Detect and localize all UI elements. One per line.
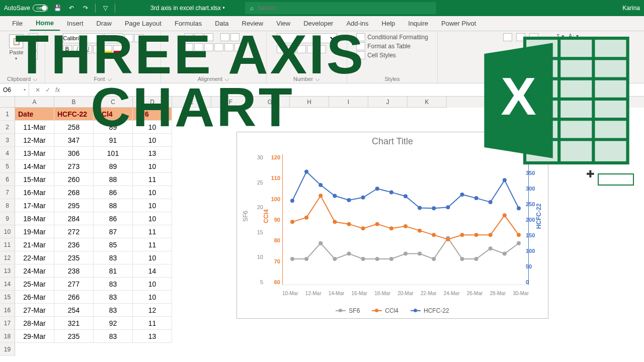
data-cell[interactable]: 13-Mar [15,147,54,160]
data-cell[interactable]: 273 [54,160,94,173]
italic-icon[interactable]: I [73,45,82,53]
tab-data[interactable]: Data [209,17,234,30]
tab-view[interactable]: View [270,17,296,30]
column-header[interactable]: G [251,97,290,108]
data-cell[interactable]: 10 [133,134,172,147]
tab-help[interactable]: Help [376,17,401,30]
row-header[interactable]: 15 [0,291,15,304]
row-header[interactable]: 17 [0,317,15,330]
decrease-decimal-icon[interactable] [317,45,326,53]
data-cell[interactable]: 11 [133,225,172,238]
align-top-icon[interactable] [184,33,193,41]
increase-indent-icon[interactable] [224,43,233,51]
data-cell[interactable]: 86 [94,186,133,199]
data-cell[interactable]: 236 [54,238,94,251]
data-cell[interactable]: 89 [94,160,133,173]
name-box[interactable]: O6▾ [0,83,29,96]
align-left-icon[interactable] [184,43,193,51]
wrap-text-icon[interactable] [230,33,239,41]
copy-icon[interactable] [29,42,38,50]
row-header[interactable]: 7 [0,186,15,199]
tab-home[interactable]: Home [30,16,60,31]
chart-title[interactable]: Chart Title [237,132,548,149]
autosum-icon[interactable]: Σ ▾ [556,33,565,40]
increase-font-icon[interactable] [124,34,133,42]
data-cell[interactable]: 28-Mar [15,317,54,330]
redo-icon[interactable]: ↷ [81,4,90,13]
align-bottom-icon[interactable] [204,33,213,41]
data-cell[interactable]: 235 [54,330,94,343]
align-right-icon[interactable] [204,43,213,51]
data-cell[interactable]: 272 [54,225,94,238]
tab-draw[interactable]: Draw [91,17,118,30]
column-header[interactable]: B [54,97,94,108]
data-cell[interactable]: 13 [133,147,172,160]
tab-developer[interactable]: Developer [297,17,339,30]
data-cell[interactable]: 83 [94,278,133,291]
account-name[interactable]: Karina [622,5,640,12]
data-cell[interactable]: 268 [54,186,94,199]
tab-insert[interactable]: Insert [61,17,90,30]
data-cell[interactable]: 27-Mar [15,304,54,317]
autosave-toggle[interactable]: AutoSave Off [4,5,48,12]
data-cell[interactable]: 16-Mar [15,186,54,199]
data-cell[interactable]: 258 [54,121,94,134]
row-header[interactable]: 10 [0,225,15,238]
column-header[interactable]: K [408,97,447,108]
sort-filter-icon[interactable]: A↓ ▾ [569,33,578,39]
data-cell[interactable]: 87 [94,225,133,238]
data-cell[interactable]: 284 [54,212,94,225]
row-header[interactable]: 13 [0,264,15,278]
data-cell[interactable]: 15-Mar [15,173,54,186]
data-cell[interactable]: 92 [94,317,133,330]
data-cell[interactable]: 277 [54,278,94,291]
align-middle-icon[interactable] [194,33,203,41]
dialog-launcher-icon[interactable] [225,77,229,81]
legend-item[interactable]: CCl4 [372,307,398,314]
column-header[interactable]: F [211,97,251,108]
header-cell[interactable]: SF6 [133,108,172,121]
data-cell[interactable]: 29-Mar [15,330,54,343]
column-header[interactable]: C [94,97,133,108]
row-header[interactable]: 9 [0,212,15,225]
filter-icon[interactable]: ▽ [101,4,110,13]
row-header[interactable]: 3 [0,134,15,147]
data-cell[interactable]: 26-Mar [15,291,54,304]
data-cell[interactable]: 14-Mar [15,160,54,173]
tab-formulas[interactable]: Formulas [169,17,208,30]
dialog-launcher-icon[interactable] [315,77,319,81]
conditional-formatting-button[interactable]: Conditional Formatting [356,33,428,41]
row-header[interactable]: 1 [0,108,15,121]
data-cell[interactable]: 238 [54,264,94,278]
enter-formula-icon[interactable]: ✓ [45,86,50,94]
data-cell[interactable]: 11 [133,173,172,186]
data-cell[interactable]: 85 [94,238,133,251]
data-cell[interactable]: 13 [133,330,172,343]
decrease-font-icon[interactable] [134,34,143,42]
data-cell[interactable]: 10 [133,160,172,173]
data-cell[interactable]: 10 [133,212,172,225]
data-cell[interactable]: 86 [94,212,133,225]
tab-file[interactable]: File [6,17,29,30]
data-cell[interactable]: 306 [54,147,94,160]
data-cell[interactable]: 22-Mar [15,251,54,264]
data-cell[interactable]: 11 [133,238,172,251]
row-header[interactable]: 19 [0,343,15,356]
row-header[interactable]: 14 [0,278,15,291]
font-name-combo[interactable] [63,33,103,43]
align-center-icon[interactable] [194,43,203,51]
row-header[interactable]: 8 [0,199,15,212]
font-color-icon[interactable] [113,45,122,53]
data-cell[interactable]: 83 [94,330,133,343]
dialog-launcher-icon[interactable] [33,77,37,81]
increase-decimal-icon[interactable] [307,45,316,53]
row-header[interactable]: 2 [0,121,15,134]
data-cell[interactable]: 10 [133,121,172,134]
border-icon[interactable] [93,45,102,53]
data-cell[interactable]: 81 [94,264,133,278]
number-format-combo[interactable] [277,33,337,43]
data-cell[interactable]: 25-Mar [15,278,54,291]
tab-add-ins[interactable]: Add-ins [340,17,374,30]
save-icon[interactable]: 💾 [53,4,62,13]
fill-color-icon[interactable] [103,45,112,53]
